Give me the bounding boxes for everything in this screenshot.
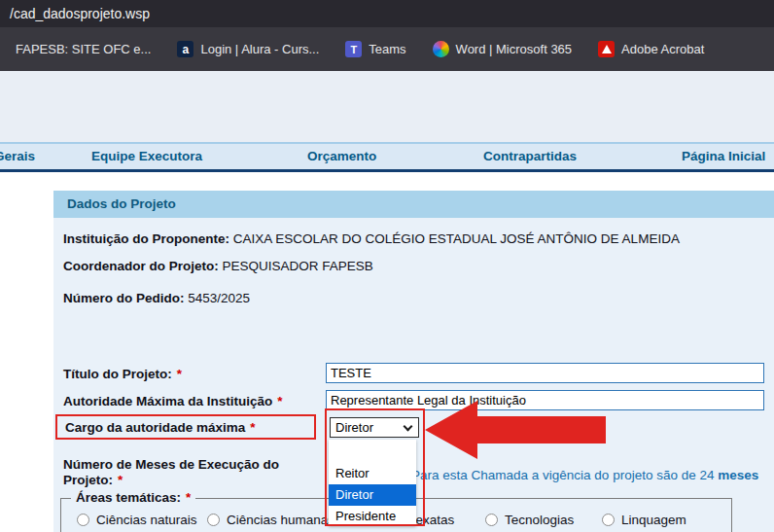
bookmark-fapesb[interactable]: FAPESB: SITE OFC e... <box>16 42 151 56</box>
cargo-label-highlight-box: Cargo da autoridade máxima* <box>55 414 316 440</box>
browser-window: /cad_dadosprojeto.wsp FAPESB: SITE OFC e… <box>0 0 774 532</box>
areas-legend: Áreas temáticas:* <box>71 490 195 505</box>
dados-do-projeto-panel: Dados do Projeto Instituição do Proponen… <box>53 191 774 532</box>
nav-tab-equipe-executora[interactable]: Equipe Executora <box>91 149 202 163</box>
microsoft-365-icon <box>433 41 449 57</box>
bookmark-label: Teams <box>369 42 405 56</box>
bookmark-label: Adobe Acrobat <box>621 42 704 56</box>
panel-title: Dados do Projeto <box>53 191 774 218</box>
bookmark-word[interactable]: Word | Microsoft 365 <box>433 41 572 57</box>
numero-pedido-label: Número do Pedido: <box>63 291 185 305</box>
alura-icon: a <box>177 41 194 57</box>
radio-ciencias-naturais[interactable]: Ciências naturais <box>77 513 197 527</box>
favorites-bar: FAPESB: SITE OFC e... a Login | Alura - … <box>0 27 774 71</box>
teams-icon: T <box>345 41 362 57</box>
required-asterisk: * <box>277 394 282 408</box>
autoridade-label-row: Autoridade Máxima da Instituição* <box>63 394 283 408</box>
adobe-acrobat-icon <box>598 41 615 57</box>
radio-tecnologias[interactable]: Tecnologias <box>485 513 574 527</box>
radio-linquagem[interactable]: Linquagem <box>602 513 686 527</box>
cargo-select-highlight-box <box>325 408 425 526</box>
red-arrow-annotation <box>423 397 608 463</box>
page-title: /cad_dadosprojeto.wsp <box>10 6 150 21</box>
page-header-band <box>0 71 774 142</box>
radio-button[interactable] <box>485 514 498 526</box>
bookmark-label: Word | Microsoft 365 <box>456 42 572 56</box>
nav-tab-gerais[interactable]: Gerais <box>0 149 35 163</box>
titulo-input[interactable] <box>326 363 764 383</box>
required-asterisk: * <box>118 473 123 487</box>
bookmark-alura[interactable]: a Login | Alura - Curs... <box>177 41 319 57</box>
bookmark-teams[interactable]: T Teams <box>345 41 405 57</box>
browser-titlebar: /cad_dadosprojeto.wsp <box>0 0 774 27</box>
nav-tab-orcamento[interactable]: Orçamento <box>307 149 376 163</box>
required-asterisk: * <box>177 367 182 381</box>
numero-pedido-row: Número do Pedido: 5453/2025 <box>63 291 250 305</box>
radio-button[interactable] <box>207 514 220 526</box>
coordenador-row: Coordenador do Projeto: PESQUISADOR FAPE… <box>63 259 373 273</box>
bookmark-acrobat[interactable]: Adobe Acrobat <box>598 41 704 57</box>
titulo-label-row: Título do Projeto:* <box>63 367 182 381</box>
meses-label: Número de Meses de Execução do Projeto:* <box>63 457 314 488</box>
bookmark-label: Login | Alura - Curs... <box>200 42 319 56</box>
cargo-label: Cargo da autoridade máxima* <box>57 420 256 435</box>
instituicao-value: CAIXA ESCOLAR DO COLÉGIO ESTADUAL JOSÉ A… <box>233 231 680 246</box>
radio-ciencias-humanas[interactable]: Ciências humanas <box>207 513 334 527</box>
coordenador-label: Coordenador do Projeto: <box>63 259 219 273</box>
instituicao-row: Instituição do Proponente: CAIXA ESCOLAR… <box>63 231 680 246</box>
required-asterisk: * <box>250 420 255 435</box>
form-nav-bar: Gerais Equipe Executora Orçamento Contra… <box>0 142 774 172</box>
coordenador-value: PESQUISADOR FAPESB <box>223 259 373 273</box>
vigencia-note: Para esta Chamada a vigência do projeto … <box>411 468 758 482</box>
radio-button[interactable] <box>77 514 89 526</box>
numero-pedido-value: 5453/2025 <box>188 291 250 305</box>
nav-tab-contrapartidas[interactable]: Contrapartidas <box>483 149 577 163</box>
required-asterisk: * <box>186 490 191 505</box>
titulo-label: Título do Projeto: <box>63 367 172 381</box>
nav-tab-pagina-inicial[interactable]: Página Inicial <box>682 149 765 163</box>
bookmark-label: FAPESB: SITE OFC e... <box>16 42 151 56</box>
instituicao-label: Instituição do Proponente: <box>63 231 229 246</box>
radio-button[interactable] <box>602 514 615 526</box>
autoridade-label: Autoridade Máxima da Instituição <box>63 394 272 408</box>
